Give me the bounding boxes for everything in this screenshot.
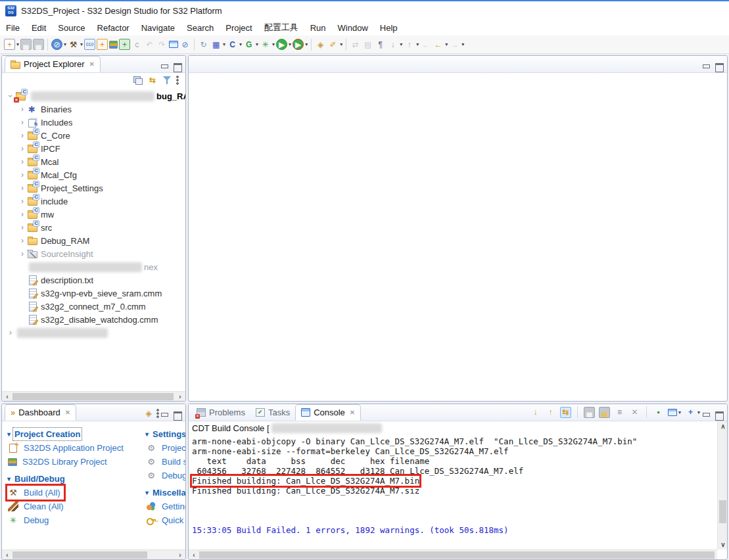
forward-dropdown-icon[interactable]: ▾ (461, 41, 464, 47)
chevron-icon[interactable]: › (18, 157, 27, 166)
update-icon[interactable]: ↻ (198, 39, 209, 50)
binary-file-icon[interactable]: 010 (84, 39, 95, 50)
dashboard-section-project-creation[interactable]: ▾Project Creation (7, 427, 145, 441)
console-view-icon[interactable] (169, 41, 178, 48)
tree-item-s32g2-disable-watchdog-cmm[interactable]: ›s32g2_disable_watchdog.cmm (2, 313, 185, 326)
scroll-lock-icon[interactable]: ▄ (599, 407, 610, 418)
menu-search[interactable]: Search (181, 22, 220, 34)
build-hammer-icon[interactable]: ⚒ (68, 39, 79, 50)
close-icon[interactable]: ✕ (65, 409, 70, 416)
scroll-thumb[interactable] (12, 551, 147, 559)
tree-item-include[interactable]: ›Cinclude (2, 195, 185, 208)
search-icon[interactable]: ✐ (327, 39, 339, 50)
new-library-icon[interactable] (109, 41, 118, 49)
show-whitespace-icon[interactable]: ¶ (375, 39, 386, 50)
debug-icon[interactable]: ✳ (260, 39, 271, 50)
tree-item-mcal-cfg[interactable]: ›CMcal_Cfg (2, 168, 185, 181)
minimize-button[interactable] (160, 63, 168, 70)
tab-tasks[interactable]: Tasks (250, 404, 295, 421)
dashboard-section-build-debug[interactable]: ▾Build/Debug (7, 471, 145, 486)
scroll-left-icon[interactable]: ‹ (2, 550, 12, 560)
tree-item-bug-ram[interactable]: ›C✕bug_RAM (2, 89, 185, 103)
s32ds-generate-icon[interactable]: G (243, 39, 254, 50)
minimize-button[interactable] (702, 63, 710, 70)
menu-navigate[interactable]: Navigate (135, 22, 181, 34)
dashboard-item-build-all[interactable]: Build (All) (7, 486, 64, 500)
minimize-button[interactable] (160, 411, 168, 418)
maximize-button[interactable] (715, 411, 723, 418)
link-with-editor-icon[interactable]: ⇆ (147, 76, 158, 85)
chevron-icon[interactable]: › (18, 105, 27, 114)
display-console-dropdown-icon[interactable]: ▾ (678, 409, 681, 415)
new-wizard-icon[interactable]: + (4, 39, 15, 50)
section-collapse-icon[interactable]: ▾ (145, 489, 149, 496)
dashboard-item-clean-all[interactable]: Clean (All) (7, 500, 67, 513)
run-dropdown-icon[interactable]: ▾ (289, 41, 291, 47)
console-hscrollbar[interactable]: ‹ (189, 549, 717, 559)
chevron-icon[interactable]: › (18, 210, 27, 219)
tree-item-mw[interactable]: ›Cmw (2, 208, 185, 221)
prev-error-icon[interactable]: ↑ (545, 407, 556, 418)
open-console-icon[interactable]: + (685, 407, 696, 418)
prev-annotation-dropdown-icon[interactable]: ▾ (416, 41, 419, 47)
chip-icon[interactable]: ▦ (210, 39, 222, 50)
chip-dropdown-icon[interactable]: ▾ (223, 41, 225, 47)
tab-console[interactable]: Console✕ (295, 404, 361, 421)
tree-item-redacted[interactable]: › (2, 326, 185, 339)
scroll-left-icon[interactable]: ‹ (189, 550, 199, 560)
section-collapse-icon[interactable]: ▾ (145, 431, 149, 438)
menu-project[interactable]: Project (220, 22, 258, 34)
menu-edit[interactable]: Edit (26, 22, 52, 34)
dashboard-section-settings[interactable]: ▾Settings (145, 427, 185, 441)
section-collapse-icon[interactable]: ▾ (7, 431, 11, 438)
console-output[interactable]: arm-none-eabi-objcopy -O binary Can_Llce… (189, 434, 727, 549)
tree-item-ipcf[interactable]: ›CIPCF (2, 142, 185, 155)
profile-dropdown-icon[interactable]: ▾ (305, 41, 308, 47)
dashboard-item-build-se[interactable]: Build se (145, 455, 185, 469)
chevron-icon[interactable]: › (18, 223, 27, 232)
tree-item-sourceinsight[interactable]: ›SourceInsight (2, 247, 185, 260)
tree-item-mcal[interactable]: ›CMcal (2, 155, 185, 168)
maximize-button[interactable] (715, 63, 723, 70)
back-dropdown-icon[interactable]: ▾ (445, 41, 448, 47)
import-example-icon[interactable]: ◈ (143, 408, 154, 418)
new-monitor-icon[interactable]: + (119, 39, 130, 50)
chevron-icon[interactable]: › (18, 183, 27, 193)
chevron-icon[interactable]: › (6, 328, 15, 337)
build-hammer-dropdown-icon[interactable]: ▾ (80, 41, 83, 47)
dashboard-section-miscellan[interactable]: ▾Miscellan (145, 485, 185, 500)
scroll-left-icon[interactable]: ‹ (2, 392, 12, 402)
tab-problems[interactable]: Problems (191, 404, 250, 421)
skip-breakpoints-globe-icon[interactable]: ⊘ (51, 39, 62, 50)
run-icon[interactable]: ▶ (276, 39, 287, 50)
scroll-thumb[interactable] (12, 393, 174, 400)
search-dropdown-icon[interactable]: ▾ (340, 41, 342, 47)
show-console-on-output-icon[interactable]: ⇆ (560, 407, 571, 418)
scroll-thumb[interactable] (719, 500, 726, 523)
open-console-dropdown-icon[interactable]: ▾ (697, 409, 700, 415)
debug-dropdown-icon[interactable]: ▾ (272, 41, 275, 47)
scroll-up-icon[interactable]: ∧ (718, 421, 728, 431)
dashboard-item-s32ds-application-project[interactable]: S32DS Application Project (7, 441, 127, 455)
tree-item-nex[interactable]: ›nex (2, 260, 185, 273)
tree-item-s32g-vnp-evb-sieve-sram-cmm[interactable]: ›s32g-vnp-evb_sieve_sram.cmm (2, 287, 185, 300)
dashboard-item-debug[interactable]: Debug (7, 513, 52, 527)
scroll-thumb[interactable] (199, 551, 715, 559)
menu-refactor[interactable]: Refactor (91, 22, 135, 34)
view-menu-icon[interactable] (176, 76, 179, 85)
back-icon[interactable]: ← (433, 39, 444, 50)
section-collapse-icon[interactable]: ▾ (7, 475, 11, 482)
new-c-project-dropdown-icon[interactable]: ▾ (239, 41, 242, 47)
dashboard-item-s32ds-library-project[interactable]: S32DS Library Project (7, 455, 110, 469)
new-file-icon[interactable]: + (97, 39, 108, 50)
chevron-icon[interactable]: › (18, 131, 27, 140)
scroll-down-icon[interactable]: ∨ (718, 540, 728, 549)
minimize-button[interactable] (702, 411, 710, 418)
pin-console-icon[interactable]: ▪ (653, 407, 664, 418)
scroll-right-icon[interactable]: › (175, 550, 185, 560)
tree-item-c-core[interactable]: ›CC_Core (2, 129, 185, 142)
tree-item-includes[interactable]: ›Includes (2, 116, 185, 129)
save-console-icon[interactable]: ▄ (584, 407, 595, 418)
collapse-all-icon[interactable] (133, 76, 142, 84)
dashboard-hscrollbar[interactable]: ‹ › (2, 549, 185, 559)
